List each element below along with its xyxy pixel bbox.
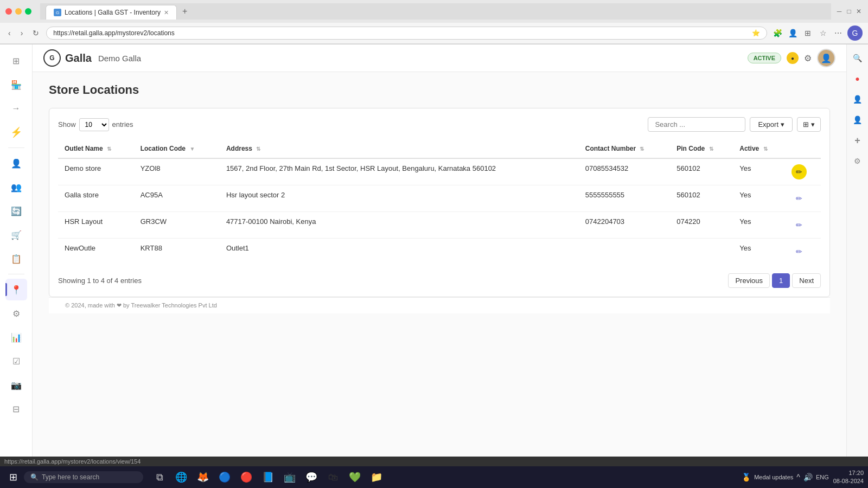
col-location-code[interactable]: Location Code ▼ — [134, 139, 220, 158]
start-button[interactable]: ⊞ — [4, 468, 22, 486]
taskbar-app-edge[interactable]: 🌐 — [171, 467, 191, 487]
system-tray: 🏅 Medal updates ^ 🔊 ENG — [742, 473, 829, 481]
col-address[interactable]: Address ⇅ — [220, 139, 579, 158]
os-minimize-button[interactable]: ─ — [835, 8, 843, 15]
sort-code-icon: ▼ — [189, 146, 195, 152]
right-sidebar-user[interactable]: 👤 — [850, 91, 866, 107]
taskbar-app-ie[interactable]: 🔵 — [215, 467, 234, 487]
browser-account-icon[interactable]: G — [847, 25, 863, 41]
os-restore-button[interactable]: □ — [845, 8, 853, 15]
sidebar-item-orders[interactable]: 🛒 — [5, 224, 27, 246]
sidebar-item-user[interactable]: 👤 — [5, 152, 27, 174]
previous-button[interactable]: Previous — [728, 273, 770, 288]
medal-icon[interactable]: 🏅 — [742, 473, 751, 481]
actions-cell: ✏ — [785, 185, 821, 212]
col-active[interactable]: Active ⇅ — [733, 139, 785, 158]
right-sidebar-add[interactable]: + — [850, 132, 866, 149]
more-tools-icon[interactable]: ⋯ — [832, 27, 844, 39]
active-cell: Yes — [733, 239, 785, 265]
user-avatar[interactable]: 👤 — [817, 49, 835, 67]
export-button[interactable]: Export ▾ — [750, 117, 793, 132]
gold-dot-icon[interactable]: ● — [787, 52, 799, 64]
sidebar-item-settings[interactable]: ⚙ — [5, 303, 27, 324]
app-footer: © 2024, made with ❤ by Treewalker Techno… — [49, 297, 830, 313]
taskbar-app-green[interactable]: 💚 — [345, 467, 365, 487]
chevron-up-icon[interactable]: ^ — [796, 473, 800, 481]
taskbar-app-skype[interactable]: 💬 — [302, 467, 321, 487]
sidebar-item-more[interactable]: ⊟ — [5, 398, 27, 420]
taskbar-task-view[interactable]: ⧉ — [150, 467, 169, 487]
window-maximize-button[interactable] — [25, 8, 31, 15]
table-actions: Export ▾ ⊞ ▾ — [648, 117, 821, 132]
sidebar-item-camera[interactable]: 📷 — [5, 374, 27, 396]
right-sidebar-person[interactable]: 👤 — [850, 112, 866, 128]
sidebar-item-customers[interactable]: 👥 — [5, 176, 27, 198]
header-settings-icon[interactable]: ⚙ — [804, 53, 812, 63]
browser-forward-button[interactable]: › — [18, 27, 26, 39]
taskbar-search[interactable]: 🔍 Type here to search — [24, 471, 143, 483]
address-cell: Hsr layout sector 2 — [220, 185, 579, 212]
os-close-button[interactable]: ✕ — [855, 8, 863, 15]
more-icon: ⊟ — [12, 404, 20, 414]
extensions-icon[interactable]: 🧩 — [771, 27, 783, 39]
browser-back-button[interactable]: ‹ — [5, 27, 14, 39]
col-pincode[interactable]: Pin Code ⇅ — [670, 139, 733, 158]
right-sidebar-settings[interactable]: ⚙ — [850, 153, 866, 169]
edit-button-row1[interactable]: ✏ — [792, 164, 807, 179]
taskbar-app-files[interactable]: 📁 — [367, 467, 386, 487]
col-contact[interactable]: Contact Number ⇅ — [579, 139, 670, 158]
taskbar-app-youtube[interactable]: 📺 — [280, 467, 299, 487]
taskbar-clock[interactable]: 17:20 08-08-2024 — [833, 469, 864, 486]
sidebar-item-analytics[interactable]: 📊 — [5, 326, 27, 348]
taskbar-app-firefox[interactable]: 🦊 — [193, 467, 213, 487]
address-cell: 1567, 2nd Floor, 27th Main Rd, 1st Secto… — [220, 158, 579, 185]
edit-button-row4[interactable]: ✏ — [792, 244, 807, 259]
sound-icon[interactable]: 🔊 — [803, 473, 813, 481]
sidebar-item-sync[interactable]: 🔄 — [5, 200, 27, 222]
edit-button-row3[interactable]: ✏ — [792, 217, 807, 233]
logo-text: Galla — [65, 52, 92, 65]
sidebar-item-integration[interactable]: ⚡ — [5, 121, 27, 143]
next-button[interactable]: Next — [792, 273, 821, 288]
right-sidebar-red-item[interactable]: ● — [850, 70, 866, 87]
status-url: https://retail.galla.app/mystorev2/locat… — [4, 458, 141, 465]
active-tab[interactable]: G Locations | Galla GST - Inventory ✕ — [46, 5, 177, 20]
outlet-name-cell[interactable]: Galla store — [58, 185, 134, 212]
taskbar-search-text: Type here to search — [42, 473, 99, 481]
taskbar-app-store[interactable]: 🛍 — [323, 467, 343, 487]
profile-icon[interactable]: 👤 — [787, 27, 799, 39]
col-outlet-name[interactable]: Outlet Name ⇅ — [58, 139, 134, 158]
search-input[interactable] — [648, 117, 745, 132]
taskbar-app-facebook[interactable]: 📘 — [258, 467, 278, 487]
url-text: https://retail.galla.app/mystorev2/locat… — [53, 29, 748, 37]
tab-close-button[interactable]: ✕ — [164, 9, 169, 16]
favorites-icon[interactable]: ☆ — [817, 27, 829, 39]
new-tab-button[interactable]: + — [177, 3, 193, 20]
browser-refresh-button[interactable]: ↻ — [30, 27, 42, 39]
sidebar-item-locations[interactable]: 📍 — [5, 279, 27, 300]
active-cell: Yes — [733, 185, 785, 212]
taskbar-apps: ⧉ 🌐 🦊 🔵 🔴 📘 📺 💬 🛍 💚 📁 — [150, 467, 386, 487]
footer-text: © 2024, made with ❤ by Treewalker Techno… — [65, 302, 217, 309]
sidebar-item-tasks[interactable]: ☑ — [5, 350, 27, 372]
table-container: Show 10 25 50 100 entries Export — [49, 108, 830, 297]
sidebar-item-transfer[interactable]: → — [5, 98, 27, 119]
grid-view-button[interactable]: ⊞ ▾ — [797, 117, 821, 132]
edit-button-row2[interactable]: ✏ — [792, 191, 807, 206]
table-row: HSR Layout GR3CW 47717-00100 Nairobi, Ke… — [58, 212, 821, 239]
collections-icon[interactable]: ⊞ — [802, 27, 814, 39]
window-close-button[interactable] — [5, 8, 12, 15]
sort-active-icon: ⇅ — [763, 146, 768, 152]
location-code-cell: YZOl8 — [134, 158, 220, 185]
contact-cell: 5555555555 — [579, 185, 670, 212]
window-minimize-button[interactable] — [15, 8, 22, 15]
contact-cell — [579, 239, 670, 265]
taskbar-app-chrome[interactable]: 🔴 — [237, 467, 256, 487]
sidebar-item-dashboard[interactable]: ⊞ — [5, 50, 27, 72]
sidebar-item-inventory[interactable]: 🏪 — [5, 74, 27, 95]
current-page-button[interactable]: 1 — [772, 273, 790, 288]
address-bar[interactable]: https://retail.galla.app/mystorev2/locat… — [46, 27, 767, 40]
entries-select[interactable]: 10 25 50 100 — [79, 118, 109, 131]
right-sidebar-search[interactable]: 🔍 — [850, 50, 866, 66]
sidebar-item-reports[interactable]: 📋 — [5, 248, 27, 269]
